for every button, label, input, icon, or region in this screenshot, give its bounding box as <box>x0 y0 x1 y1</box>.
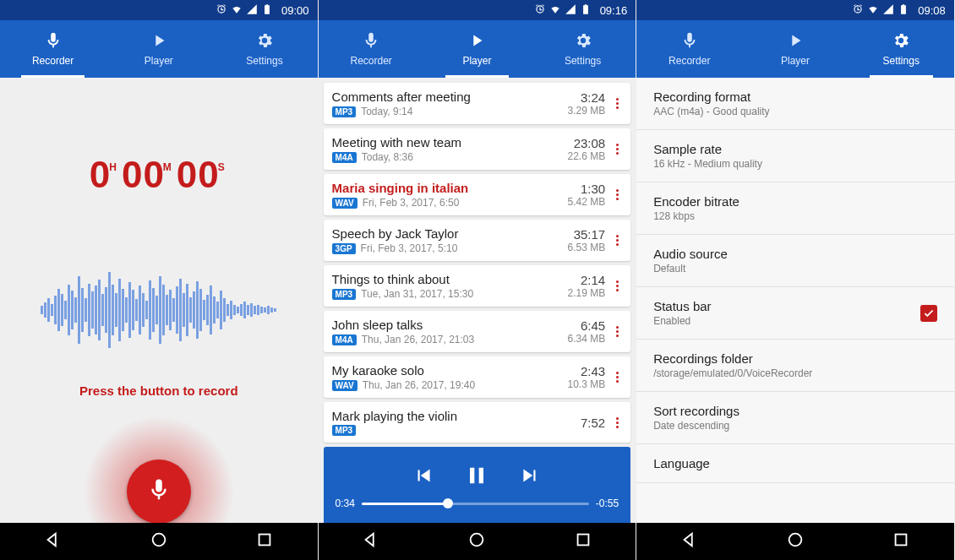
skip-next-icon[interactable] <box>519 465 541 490</box>
gear-icon <box>892 31 910 55</box>
preference-item[interactable]: Status barEnabled <box>636 287 954 340</box>
settings-list[interactable]: Recording formatAAC (m4a) - Good quality… <box>636 78 954 523</box>
tab-player[interactable]: Player <box>106 20 211 78</box>
recording-item[interactable]: Speech by Jack Taylor3GPFri, Feb 3, 2017… <box>324 220 631 261</box>
preference-title: Language <box>653 456 937 470</box>
microphone-icon <box>362 31 380 55</box>
status-bar: 09:00 <box>0 0 318 20</box>
nav-back-icon[interactable] <box>362 530 380 552</box>
preference-item[interactable]: Sample rate16 kHz - Medium quality <box>636 130 954 182</box>
nav-recent-icon[interactable] <box>892 530 910 552</box>
preference-item[interactable]: Sort recordingsDate descending <box>636 392 954 444</box>
preference-item[interactable]: Language <box>636 444 954 483</box>
playback-progress: 0:34 -0:55 <box>336 497 619 509</box>
nav-recent-icon[interactable] <box>574 530 592 552</box>
battery-icon <box>898 3 909 18</box>
waveform-visualization <box>0 268 318 352</box>
recording-size: 2.19 MB <box>567 287 605 299</box>
checkbox-checked[interactable] <box>920 305 937 322</box>
tab-label: Settings <box>565 55 601 67</box>
nav-back-icon[interactable] <box>680 530 699 552</box>
nav-home-icon[interactable] <box>786 530 805 552</box>
format-badge: MP3 <box>332 425 357 436</box>
more-menu-icon[interactable] <box>612 98 622 109</box>
progress-knob[interactable] <box>443 498 453 508</box>
remaining-time: -0:55 <box>596 497 619 509</box>
tab-recorder[interactable]: Recorder <box>319 20 424 78</box>
alarm-icon <box>534 3 546 18</box>
play-icon <box>150 31 168 55</box>
more-menu-icon[interactable] <box>612 189 622 200</box>
signal-icon <box>246 3 258 18</box>
preference-subtitle: AAC (m4a) - Good quality <box>653 106 937 117</box>
skip-previous-icon[interactable] <box>412 465 434 490</box>
app-bar: Recorder Player Settings <box>636 20 954 78</box>
preference-subtitle: /storage/emulated/0/VoiceRecorder <box>653 367 937 379</box>
microphone-icon <box>146 477 172 506</box>
recording-item[interactable]: John sleep talksM4AThu, Jan 26, 2017, 21… <box>324 311 631 352</box>
status-time: 09:08 <box>918 4 946 17</box>
tab-player[interactable]: Player <box>424 20 530 78</box>
recording-item[interactable]: Meeting with new teamM4AToday, 8:3623:08… <box>324 128 631 170</box>
recording-item[interactable]: Mark playing the violinMP37:52 <box>324 402 631 443</box>
preference-item[interactable]: Audio sourceDefault <box>636 235 954 287</box>
preference-item[interactable]: Recording formatAAC (m4a) - Good quality <box>636 78 954 130</box>
recording-item[interactable]: My karaoke soloWAVThu, Jan 26, 2017, 19:… <box>324 356 631 398</box>
format-badge: MP3 <box>332 289 357 300</box>
nav-home-icon[interactable] <box>150 530 168 552</box>
screen-player: 09:16 Recorder Player Settings Comments … <box>319 0 637 560</box>
recording-duration: 1:30 <box>567 182 605 196</box>
elapsed-time: 0:34 <box>336 497 355 509</box>
tab-label: Player <box>781 55 810 67</box>
microphone-icon <box>680 31 699 55</box>
recording-item[interactable]: Maria singing in italianWAVFri, Feb 3, 2… <box>324 174 631 215</box>
progress-track[interactable] <box>362 503 589 505</box>
preference-item[interactable]: Recordings folder/storage/emulated/0/Voi… <box>636 340 954 392</box>
alarm-icon <box>216 3 227 18</box>
preference-subtitle: 16 kHz - Medium quality <box>653 158 937 170</box>
more-menu-icon[interactable] <box>612 372 622 383</box>
recording-item[interactable]: Comments after meetingMP3Today, 9:143:24… <box>324 83 631 124</box>
alarm-icon <box>852 3 864 18</box>
nav-back-icon[interactable] <box>44 530 63 552</box>
recording-title: Speech by Jack Taylor <box>332 226 561 241</box>
android-nav-bar <box>319 523 636 560</box>
tab-settings[interactable]: Settings <box>849 20 954 78</box>
more-menu-icon[interactable] <box>612 280 622 291</box>
more-menu-icon[interactable] <box>612 235 622 246</box>
status-bar: 09:16 <box>319 0 636 20</box>
tab-recorder[interactable]: Recorder <box>0 20 106 78</box>
recording-duration: 23:08 <box>567 136 605 150</box>
more-menu-icon[interactable] <box>612 417 622 428</box>
timer-seconds: 00 <box>177 154 220 196</box>
preference-item[interactable]: Encoder bitrate128 kbps <box>636 182 954 235</box>
preference-title: Recordings folder <box>653 351 937 366</box>
recording-date: Thu, Jan 26, 2017, 21:03 <box>362 334 474 345</box>
tab-player[interactable]: Player <box>742 20 848 78</box>
play-icon <box>467 31 486 55</box>
tab-label: Recorder <box>351 55 392 67</box>
recording-duration: 2:14 <box>567 273 605 287</box>
recorder-body: 0 H 00 M 00 S Press the button to record <box>0 78 318 523</box>
format-badge: M4A <box>332 334 357 345</box>
more-menu-icon[interactable] <box>612 144 622 155</box>
android-nav-bar <box>0 523 318 560</box>
recordings-list[interactable]: Comments after meetingMP3Today, 9:143:24… <box>319 78 636 523</box>
more-menu-icon[interactable] <box>612 326 622 337</box>
record-button[interactable] <box>127 459 191 523</box>
svg-point-4 <box>789 534 802 546</box>
tab-recorder[interactable]: Recorder <box>636 20 742 78</box>
status-icons: 09:16 <box>534 3 628 18</box>
recording-duration: 3:24 <box>567 90 605 105</box>
timer-h-unit: H <box>109 161 117 173</box>
pause-button[interactable] <box>463 462 490 492</box>
gear-icon <box>255 31 274 55</box>
recording-date: Thu, Jan 26, 2017, 19:40 <box>363 379 475 391</box>
tab-settings[interactable]: Settings <box>211 20 317 78</box>
status-bar: 09:08 <box>636 0 954 20</box>
tab-settings[interactable]: Settings <box>530 20 636 78</box>
microphone-icon <box>44 31 63 55</box>
nav-recent-icon[interactable] <box>255 530 274 552</box>
recording-item[interactable]: Things to think aboutMP3Tue, Jan 31, 201… <box>324 265 631 307</box>
nav-home-icon[interactable] <box>467 530 486 552</box>
